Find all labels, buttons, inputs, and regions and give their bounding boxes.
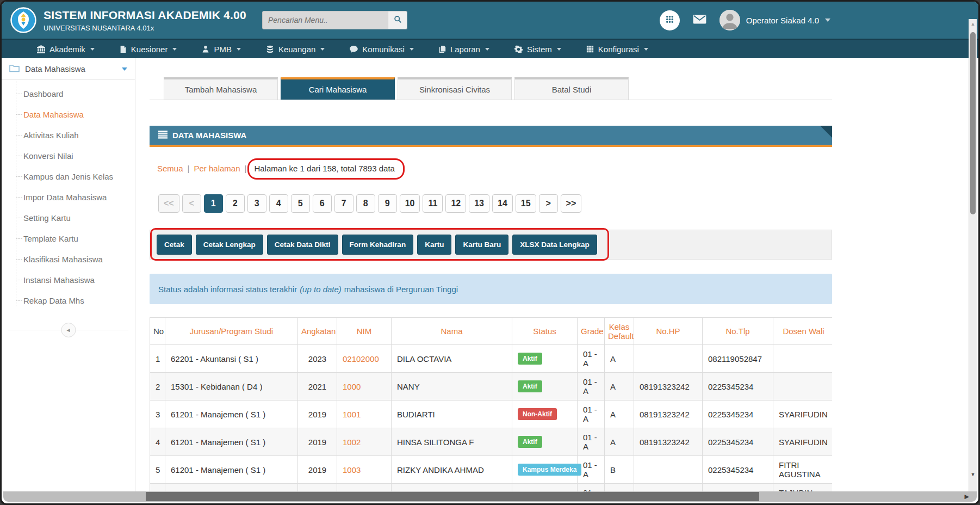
pagination-button-6[interactable]: 6 — [313, 194, 332, 213]
column-header-nama[interactable]: Nama — [392, 318, 512, 345]
pagination-button-3[interactable]: 3 — [247, 194, 266, 213]
pagination-button-5[interactable]: 5 — [291, 194, 310, 213]
pagination-button-15[interactable]: 15 — [516, 194, 536, 213]
user-menu[interactable]: Operator Siakad 4.0 — [720, 10, 830, 30]
nav-item-akademik[interactable]: Akademik — [24, 40, 107, 58]
scroll-up-arrow-icon[interactable]: ▲ — [969, 21, 977, 27]
nav-item-konfigurasi[interactable]: Konfigurasi — [574, 40, 661, 58]
pagination-button-7[interactable]: 7 — [334, 194, 353, 213]
cetak-lengkap-button[interactable]: Cetak Lengkap — [196, 235, 263, 255]
apps-grid-button[interactable] — [660, 10, 680, 30]
sidebar: Data Mahasiswa DashboardData MahasiswaAk… — [2, 58, 135, 494]
sidebar-item-instansi-mahasiswa[interactable]: Instansi Mahasiswa — [2, 269, 135, 290]
search-button[interactable] — [388, 11, 407, 29]
cell-angkatan: 2023 — [298, 345, 337, 373]
column-header-no-tlp[interactable]: No.Tlp — [703, 318, 773, 345]
horizontal-scrollbar-thumb[interactable] — [146, 492, 759, 501]
xlsx-data-lengkap-button[interactable]: XLSX Data Lengkap — [512, 235, 597, 255]
kartu-button[interactable]: Kartu — [417, 235, 451, 255]
action-button-group: CetakCetak LengkapCetak Data DiktiForm K… — [157, 235, 597, 255]
link-per-halaman[interactable]: Per halaman — [194, 164, 240, 173]
pagination-button-[interactable]: >> — [561, 194, 582, 213]
column-header-angkatan[interactable]: Angkatan — [298, 318, 337, 345]
pagination-button-12[interactable]: 12 — [445, 194, 466, 213]
vertical-scrollbar-thumb[interactable] — [970, 32, 976, 214]
nav-item-sistem[interactable]: Sistem — [502, 40, 574, 58]
search-input[interactable] — [262, 11, 388, 29]
status-info-alert: Status adalah informasi status terakhir … — [150, 274, 832, 304]
sidebar-collapse-button[interactable]: ◄ — [61, 323, 76, 337]
pagination: <<<123456789101112131415>>> — [150, 194, 978, 213]
nav-item-komunikasi[interactable]: Komunikasi — [337, 40, 426, 58]
nim-link[interactable]: 02102000 — [343, 354, 379, 364]
column-header-kelas-default[interactable]: Kelas Default — [605, 318, 634, 345]
column-header-dosen-wali[interactable]: Dosen Wali — [773, 318, 833, 345]
cetak-data-dikti-button[interactable]: Cetak Data Dikti — [267, 235, 338, 255]
pagination-button-4[interactable]: 4 — [269, 194, 288, 213]
form-kehadiran-button[interactable]: Form Kehadiran — [342, 235, 414, 255]
table-row: 215301 - Kebidanan ( D4 )20211000NANYAkt… — [150, 373, 833, 401]
nim-link[interactable]: 1000 — [343, 382, 361, 391]
vertical-scrollbar[interactable]: ▲ ▼ — [969, 19, 977, 491]
column-header-jurusan-program-studi[interactable]: Jurusan/Program Studi — [165, 318, 298, 345]
sidebar-item-rekap-data-mhs[interactable]: Rekap Data Mhs — [2, 290, 135, 311]
cell-jurusan: 15301 - Kebidanan ( D4 ) — [165, 373, 298, 401]
pagination-button-1[interactable]: 1 — [204, 194, 223, 213]
horizontal-scrollbar[interactable]: ▶ — [3, 491, 977, 502]
sidebar-item-setting-kartu[interactable]: Setting Kartu — [2, 207, 135, 228]
nav-item-keuangan[interactable]: Keuangan — [253, 40, 337, 58]
column-header-status[interactable]: Status — [512, 318, 578, 345]
pagination-button-8[interactable]: 8 — [356, 194, 375, 213]
sidebar-item-aktivitas-kuliah[interactable]: Aktivitas Kuliah — [2, 125, 135, 145]
nav-item-kuesioner[interactable]: Kuesioner — [107, 40, 190, 58]
sidebar-item-impor-data-mahasiswa[interactable]: Impor Data Mahasiswa — [2, 187, 135, 207]
sidebar-collapse-caret-icon[interactable] — [122, 67, 127, 71]
nim-link[interactable]: 1002 — [343, 438, 361, 447]
nav-item-laporan[interactable]: Laporan — [426, 40, 502, 58]
link-semua[interactable]: Semua — [157, 164, 183, 173]
cell-grade: 01 - A — [578, 345, 605, 373]
pagination-button-2[interactable]: 2 — [226, 194, 245, 213]
pagination-button-[interactable]: > — [539, 194, 558, 213]
sidebar-item-template-kartu[interactable]: Template Kartu — [2, 228, 135, 249]
pagination-button-10[interactable]: 10 — [400, 194, 420, 213]
kartu-baru-button[interactable]: Kartu Baru — [455, 235, 508, 255]
tab-sinkronisasi-civitas[interactable]: Sinkronisasi Civitas — [398, 77, 512, 100]
page-info: Halaman ke 1 dari 158, total 7893 data — [253, 164, 396, 173]
column-header-nim[interactable]: NIM — [337, 318, 392, 345]
cell-jurusan: 61201 - Manajemen ( S1 ) — [165, 428, 298, 456]
tab-batal-studi[interactable]: Batal Studi — [514, 77, 629, 100]
column-header-no-hp[interactable]: No.HP — [634, 318, 703, 345]
cell-nama: RIZKY ANDIKA AHMAD — [392, 456, 512, 484]
sidebar-item-klasifikasi-mahasiswa[interactable]: Klasifikasi Mahasiswa — [2, 249, 135, 269]
chevron-down-icon — [90, 48, 95, 51]
scroll-down-arrow-icon[interactable]: ▼ — [969, 472, 977, 477]
nav-item-pmb[interactable]: PMB — [189, 40, 253, 58]
sidebar-header-data-mahasiswa[interactable]: Data Mahasiswa — [2, 58, 135, 80]
cell-nim: 1003 — [337, 456, 392, 484]
pagination-button-13[interactable]: 13 — [469, 194, 489, 213]
cetak-button[interactable]: Cetak — [157, 235, 192, 255]
tab-cari-mahasiswa[interactable]: Cari Mahasiswa — [281, 77, 395, 100]
sidebar-item-dashboard[interactable]: Dashboard — [2, 83, 135, 104]
nav-item-label: Keuangan — [278, 45, 315, 54]
nim-link[interactable]: 1001 — [343, 410, 361, 419]
mail-button[interactable] — [693, 15, 706, 26]
alert-text-italic: (up to date) — [300, 285, 342, 294]
pagination-button-14[interactable]: 14 — [492, 194, 513, 213]
cell-jurusan: 61201 - Manajemen ( S1 ) — [165, 401, 298, 428]
tab-tambah-mahasiswa[interactable]: Tambah Mahasiswa — [164, 77, 278, 100]
chevron-down-icon — [237, 48, 241, 51]
sidebar-item-konversi-nilai[interactable]: Konversi Nilai — [2, 145, 135, 166]
nav-item-label: Laporan — [450, 45, 480, 54]
nim-link[interactable]: 1003 — [343, 465, 361, 475]
report-icon — [439, 45, 446, 53]
column-header-grade[interactable]: Grade — [578, 318, 605, 345]
sidebar-item-kampus-dan-jenis-kelas[interactable]: Kampus dan Jenis Kelas — [2, 166, 135, 187]
main-content: Tambah MahasiswaCari MahasiswaSinkronisa… — [135, 58, 978, 494]
pagination-button-11[interactable]: 11 — [423, 194, 443, 213]
scroll-right-arrow-icon[interactable]: ▶ — [965, 493, 969, 500]
pagination-button-9[interactable]: 9 — [378, 194, 397, 213]
sidebar-item-data-mahasiswa[interactable]: Data Mahasiswa — [2, 104, 135, 125]
pagination-button-: < — [182, 194, 201, 213]
